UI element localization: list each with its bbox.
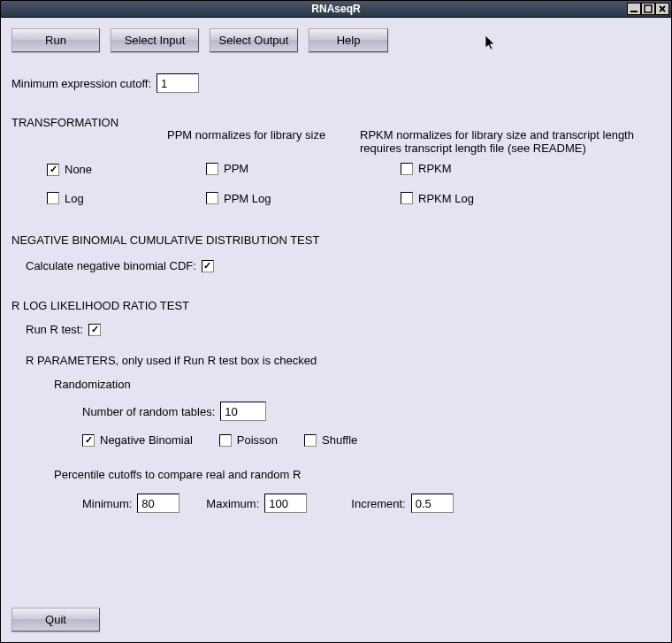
- percentile-label: Percentile cutoffs to compare real and r…: [11, 468, 661, 481]
- rpkm-checkbox-wrap[interactable]: RPKM: [401, 162, 452, 175]
- shuffle-label: Shuffle: [322, 433, 357, 447]
- min-expression-label: Minimum expression cutoff:: [11, 77, 151, 90]
- num-tables-label: Number of random tables:: [82, 405, 215, 418]
- run-r-checkbox[interactable]: ✓: [88, 324, 101, 336]
- window-controls: [627, 3, 669, 15]
- neg-binomial-checkbox[interactable]: ✓: [82, 434, 95, 447]
- ppm-log-checkbox[interactable]: [206, 192, 218, 204]
- none-checkbox-wrap[interactable]: ✓ None: [47, 163, 92, 176]
- content-area: Run Select Input Select Output Help Mini…: [1, 18, 671, 642]
- min-input[interactable]: [137, 494, 179, 513]
- rpkm-label: RPKM: [418, 162, 452, 175]
- none-label: None: [65, 163, 92, 176]
- maximize-icon[interactable]: [641, 3, 655, 15]
- inc-input[interactable]: [411, 494, 454, 513]
- quit-button[interactable]: Quit: [11, 608, 100, 632]
- neg-binomial-label: Negative Binomial: [100, 433, 193, 447]
- run-r-label: Run R test:: [26, 323, 83, 336]
- rpkm-log-checkbox-wrap[interactable]: RPKM Log: [401, 192, 474, 205]
- num-tables-input[interactable]: [220, 402, 266, 421]
- transformation-header: TRANSFORMATION: [11, 116, 167, 129]
- ppm-label: PPM: [224, 162, 248, 175]
- rpkm-log-checkbox[interactable]: [401, 192, 413, 204]
- ppm-description: PPM normalizes for library size: [167, 116, 360, 142]
- window-title: RNAseqR: [311, 3, 360, 15]
- run-button[interactable]: Run: [11, 28, 100, 52]
- none-checkbox[interactable]: ✓: [47, 164, 59, 176]
- nb-calc-checkbox[interactable]: ✓: [202, 260, 214, 272]
- toolbar: Run Select Input Select Output Help: [11, 28, 661, 52]
- svg-rect-0: [630, 11, 638, 12]
- rpkm-log-label: RPKM Log: [418, 192, 474, 205]
- min-label: Minimum:: [82, 497, 132, 510]
- ppm-log-label: PPM Log: [224, 192, 271, 205]
- nb-calc-label: Calculate negative binomial CDF:: [26, 259, 196, 272]
- min-expression-input[interactable]: [157, 73, 199, 93]
- poisson-checkbox[interactable]: [219, 434, 232, 447]
- shuffle-checkbox[interactable]: [304, 434, 317, 447]
- r-test-header: R LOG LIKELIHOOD RATIO TEST: [11, 299, 661, 312]
- help-button[interactable]: Help: [309, 28, 388, 52]
- select-output-button[interactable]: Select Output: [210, 28, 298, 52]
- log-label: Log: [65, 192, 84, 205]
- rpkm-checkbox[interactable]: [401, 163, 413, 175]
- poisson-label: Poisson: [237, 433, 278, 447]
- neg-binomial-checkbox-wrap[interactable]: ✓ Negative Binomial: [82, 433, 193, 447]
- rpkm-description: RPKM normalizes for library size and tra…: [360, 116, 661, 155]
- transformation-section: TRANSFORMATION PPM normalizes for librar…: [11, 116, 661, 207]
- ppm-checkbox-wrap[interactable]: PPM: [206, 162, 248, 175]
- minimize-icon[interactable]: [627, 3, 641, 15]
- titlebar: RNAseqR: [1, 1, 671, 18]
- r-params-label: R PARAMETERS, only used if Run R test bo…: [11, 354, 661, 367]
- svg-rect-1: [645, 5, 652, 12]
- log-checkbox-wrap[interactable]: Log: [47, 192, 84, 205]
- app-window: RNAseqR Run Select Input Select Output H…: [0, 0, 672, 643]
- shuffle-checkbox-wrap[interactable]: Shuffle: [304, 433, 357, 447]
- min-expression-row: Minimum expression cutoff:: [11, 73, 661, 93]
- randomization-label: Randomization: [11, 378, 661, 391]
- ppm-checkbox[interactable]: [206, 163, 218, 175]
- max-label: Maximum:: [206, 497, 259, 510]
- nb-test-header: NEGATIVE BINOMIAL CUMULATIVE DISTRIBUTIO…: [11, 233, 661, 247]
- select-input-button[interactable]: Select Input: [111, 28, 199, 52]
- log-checkbox[interactable]: [47, 192, 59, 204]
- max-input[interactable]: [264, 494, 307, 513]
- ppm-log-checkbox-wrap[interactable]: PPM Log: [206, 192, 271, 205]
- inc-label: Increment:: [351, 497, 405, 510]
- close-icon[interactable]: [655, 3, 669, 15]
- poisson-checkbox-wrap[interactable]: Poisson: [219, 433, 278, 447]
